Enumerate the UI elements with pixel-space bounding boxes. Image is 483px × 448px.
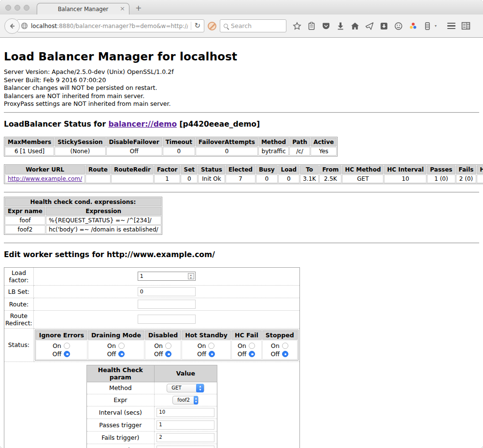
back-button[interactable]: [4, 18, 20, 34]
health-check-param-row: HC uri: [86, 444, 217, 448]
table-cell: [111, 174, 154, 183]
radio-button[interactable]: [118, 343, 125, 349]
column-header: From: [319, 165, 341, 174]
window-minimize-button[interactable]: [14, 5, 20, 11]
radio-button[interactable]: [118, 351, 125, 357]
colored-dots-extension-icon[interactable]: [409, 22, 417, 30]
radio-option[interactable]: On: [184, 342, 228, 350]
bookmark-star-icon[interactable]: [293, 22, 301, 30]
radio-button[interactable]: [64, 343, 70, 349]
param-text-input[interactable]: 2: [156, 433, 214, 442]
column-header: Value: [154, 365, 217, 382]
server-info-line: Server Version: Apache/2.5.0-dev (Unix) …: [4, 68, 479, 76]
window-zoom-button[interactable]: [24, 5, 29, 11]
worker-url-link[interactable]: http://www.example.com/: [8, 175, 82, 182]
input-value: 2: [159, 434, 162, 440]
select-value: foof2: [177, 397, 190, 403]
param-label: Passes trigger: [86, 419, 154, 431]
radio-option[interactable]: On: [38, 342, 85, 350]
form-text-input[interactable]: [138, 315, 196, 324]
heading-suffix: [p4420eeae_demo]: [177, 120, 260, 129]
health-check-param-row: Fails trigger)2: [86, 431, 217, 444]
param-text-input[interactable]: 10: [156, 408, 214, 417]
radio-label: Off: [197, 350, 206, 358]
menu-icon[interactable]: [447, 23, 455, 29]
overflow-caret-icon[interactable]: ▾: [435, 24, 437, 28]
tab-close-icon[interactable]: ×: [120, 5, 125, 12]
new-tab-button[interactable]: +: [135, 3, 142, 13]
radio-option[interactable]: On: [147, 342, 179, 350]
divider: [4, 192, 479, 193]
worker-status-table: Worker URLRouteRouteRedirFactorSetStatus…: [4, 164, 483, 184]
form-field-cell: [33, 298, 299, 310]
radio-button[interactable]: [282, 351, 288, 357]
param-select[interactable]: GET▲▼: [167, 384, 204, 392]
container-extension-icon[interactable]: [423, 22, 432, 30]
divider: [4, 243, 479, 244]
reading-list-icon[interactable]: [307, 22, 316, 30]
balancer-demo-link[interactable]: balancer://demo: [108, 120, 177, 129]
home-icon[interactable]: [351, 22, 359, 30]
radio-option[interactable]: Off: [147, 350, 179, 358]
form-text-input[interactable]: [138, 300, 196, 309]
radio-button[interactable]: [208, 343, 214, 349]
content-blocked-icon[interactable]: [208, 22, 216, 30]
table-cell: (None): [55, 147, 105, 156]
radio-option[interactable]: Off: [90, 350, 142, 358]
table-cell: 1 (0): [427, 174, 455, 183]
number-spinner-icon[interactable]: ▴▾: [188, 273, 194, 279]
urlbar-divider: [191, 22, 191, 30]
radio-option[interactable]: Off: [184, 350, 228, 358]
param-label: HC uri: [86, 444, 154, 448]
url-text[interactable]: localhost:8880/balancer-manager?b=demo&w…: [31, 23, 188, 29]
radio-button[interactable]: [165, 351, 171, 357]
balancer-status-heading: LoadBalancer Status for balancer://demo …: [4, 120, 479, 129]
table-row: http://www.example.com/10Init Ok7003.1K2…: [5, 174, 483, 183]
column-header: Load: [278, 165, 300, 174]
radio-button[interactable]: [249, 343, 255, 349]
status-column-header: Draining Mode: [88, 331, 144, 340]
column-header: Status: [198, 165, 225, 174]
url-bar[interactable]: localhost:8880/balancer-manager?b=demo&w…: [17, 19, 204, 32]
download-icon[interactable]: [336, 22, 345, 30]
reload-icon[interactable]: ↻: [194, 22, 200, 29]
column-header: FailoverAttempts: [196, 138, 258, 146]
radio-option[interactable]: Off: [265, 350, 295, 358]
feedback-smiley-icon[interactable]: [394, 22, 403, 30]
window-close-button[interactable]: [5, 5, 11, 11]
radio-label: Off: [238, 350, 246, 358]
radio-option[interactable]: Off: [234, 350, 259, 358]
param-select[interactable]: foof2▲▼: [172, 396, 199, 405]
radio-button[interactable]: [249, 351, 255, 357]
form-row: Route Redirect:: [4, 310, 300, 328]
save-to-device-icon[interactable]: [380, 22, 388, 30]
tab-balancer-manager[interactable]: Balancer Manager ×: [37, 3, 129, 14]
param-text-input[interactable]: [156, 446, 214, 448]
param-text-input[interactable]: 1: [156, 420, 214, 430]
radio-option[interactable]: On: [234, 342, 259, 350]
form-text-input[interactable]: 0: [138, 287, 196, 296]
radio-option[interactable]: Off: [38, 350, 85, 358]
status-column-header: Stopped: [262, 331, 298, 340]
radio-option[interactable]: On: [265, 342, 295, 350]
radio-label: Off: [53, 350, 61, 358]
radio-button[interactable]: [209, 351, 215, 357]
column-header: Expression: [46, 207, 161, 216]
search-bar[interactable]: Search: [220, 19, 286, 32]
status-radio-cell: OnOff: [262, 340, 298, 360]
send-page-icon[interactable]: [365, 22, 374, 30]
table-cell: 2 (0): [456, 174, 477, 183]
form-text-input[interactable]: 1▴▾: [138, 272, 196, 281]
server-info: Server Version: Apache/2.5.0-dev (Unix) …: [4, 68, 479, 108]
radio-option[interactable]: On: [90, 342, 142, 350]
pocket-icon[interactable]: [322, 22, 330, 30]
form-field-cell: [33, 310, 299, 328]
radio-button[interactable]: [282, 343, 288, 349]
heading-prefix: LoadBalancer Status for: [4, 120, 108, 129]
radio-button[interactable]: [64, 351, 70, 357]
bookmarks-grid-icon[interactable]: [461, 21, 470, 30]
table-cell: foof2: [5, 225, 45, 234]
radio-label: On: [271, 342, 280, 350]
radio-button[interactable]: [165, 343, 171, 349]
form-label: Status:: [4, 328, 34, 361]
